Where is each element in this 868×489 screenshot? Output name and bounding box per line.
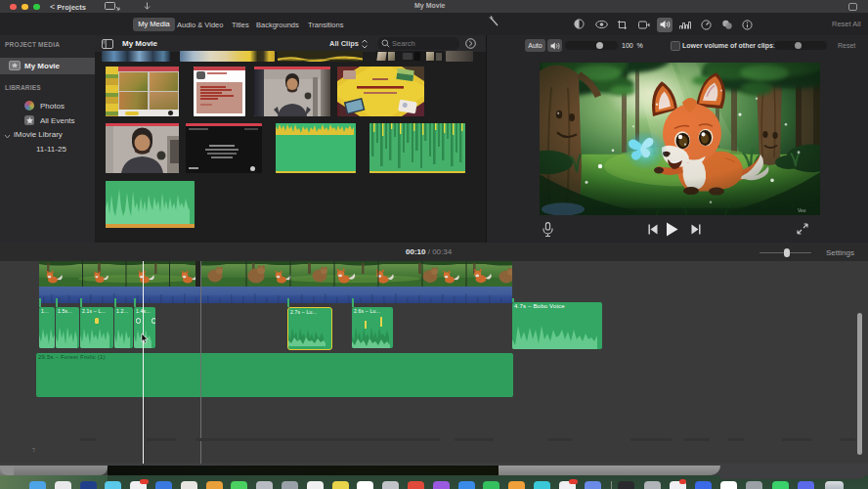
svg-text:Veo: Veo <box>798 207 806 213</box>
